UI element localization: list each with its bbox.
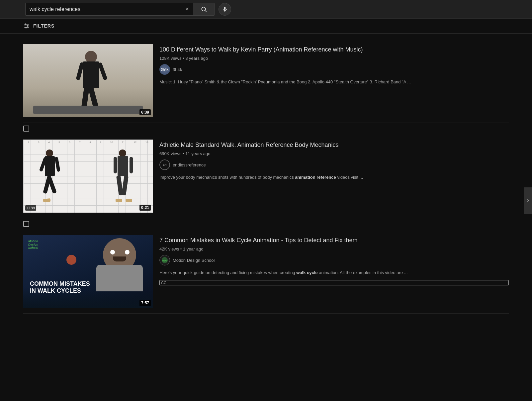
svg-point-10 [26, 27, 27, 28]
duration-badge-1: 6:39 [139, 109, 151, 115]
cc-badge: CC [159, 280, 509, 285]
channel-row-1: 3h4k 3h4k [159, 64, 509, 75]
mic-button[interactable] [219, 3, 231, 16]
svg-rect-2 [224, 7, 226, 10]
filters-icon [23, 23, 30, 29]
header: × [0, 0, 532, 19]
svg-point-9 [27, 25, 28, 26]
clear-icon[interactable]: × [185, 6, 189, 13]
checkbox-2[interactable] [23, 221, 29, 227]
mic-icon [222, 6, 228, 12]
table-row: MotionDesignSchool COMMON MISTAKES IN WA… [23, 230, 509, 314]
video-title-3[interactable]: 7 Common Mistakes in Walk Cycle Animatio… [159, 236, 509, 245]
search-button[interactable] [193, 3, 215, 16]
avatar-2[interactable]: ER [159, 159, 170, 170]
duration-badge-3: 7:57 [139, 300, 151, 306]
video-meta-2: 690K views • 11 years ago [159, 151, 509, 156]
video-meta-1: 128K views • 3 years ago [159, 56, 509, 61]
table-row: 6:39 100 Different Ways to Walk by Kevin… [23, 39, 509, 123]
filters-label[interactable]: FILTERS [33, 23, 54, 29]
search-icon [201, 6, 207, 13]
bold-text-3: walk cycle [296, 270, 317, 275]
svg-text:MDS: MDS [162, 259, 167, 262]
bold-text-2: animation reference [295, 175, 336, 180]
video-thumbnail-2[interactable]: 2345678910111213 [23, 140, 153, 213]
checkbox-row-2 [23, 218, 509, 230]
avatar-1[interactable]: 3h4k [159, 64, 170, 75]
checkbox-row-1 [23, 123, 509, 134]
svg-line-1 [205, 10, 207, 12]
search-bar-wrapper: × [25, 3, 231, 16]
channel-name-3[interactable]: Motion Design School [173, 258, 215, 263]
search-input[interactable] [30, 6, 183, 12]
avatar-3[interactable]: MDS [159, 255, 170, 265]
thumbnail-logo-text: MotionDesignSchool [28, 240, 38, 250]
checkbox-1[interactable] [23, 126, 29, 132]
video-info-3: 7 Common Mistakes in Walk Cycle Animatio… [159, 235, 509, 285]
video-thumbnail-1[interactable]: 6:39 [23, 44, 153, 117]
svg-point-8 [25, 24, 26, 25]
video-info-1: 100 Different Ways to Walk by Kevin Parr… [159, 44, 509, 85]
video-thumbnail-3[interactable]: MotionDesignSchool COMMON MISTAKES IN WA… [23, 235, 153, 308]
video-meta-3: 42K views • 1 year ago [159, 247, 509, 251]
video-description-2: Improve your body mechanics shots with h… [159, 174, 509, 181]
video-description-1: Music: 1. Huey "Piano" Smith & the Clown… [159, 79, 509, 85]
chevron-right-icon [526, 198, 530, 203]
duration-badge-2: 0:21 [139, 205, 151, 211]
plus-badge-2: +188 [25, 205, 36, 211]
right-panel-arrow[interactable] [524, 187, 532, 214]
table-row: 2345678910111213 [23, 134, 509, 218]
filters-bar: FILTERS [0, 19, 532, 34]
video-title-2[interactable]: Athletic Male Standard Walk. Animation R… [159, 141, 509, 149]
search-input-container: × [25, 3, 193, 16]
channel-row-3: MDS Motion Design School [159, 255, 509, 265]
channel-name-1[interactable]: 3h4k [173, 67, 182, 72]
video-title-1[interactable]: 100 Different Ways to Walk by Kevin Parr… [159, 46, 509, 54]
video-description-3: Here's your quick guide on detecting and… [159, 269, 509, 276]
svg-point-0 [202, 7, 206, 11]
channel-row-2: ER endlessreference [159, 159, 509, 170]
thumbnail-text-overlay: COMMON MISTAKES IN WALK CYCLES [30, 280, 90, 295]
video-info-2: Athletic Male Standard Walk. Animation R… [159, 140, 509, 181]
channel-name-2[interactable]: endlessreference [173, 162, 206, 167]
results-list: 6:39 100 Different Ways to Walk by Kevin… [0, 34, 532, 319]
